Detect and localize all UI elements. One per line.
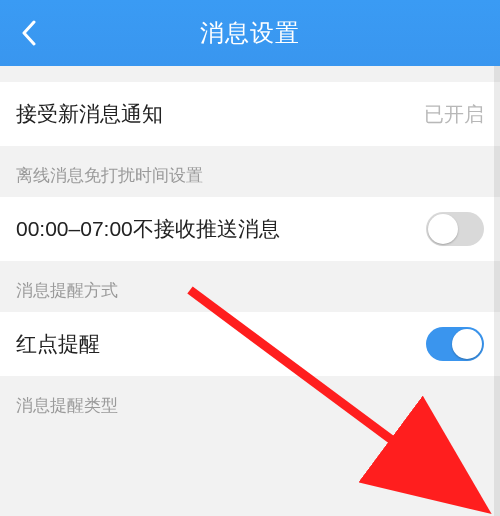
row-red-dot-alert[interactable]: 红点提醒 — [0, 312, 500, 376]
page-title: 消息设置 — [0, 17, 500, 49]
row-accept-new-messages[interactable]: 接受新消息通知 已开启 — [0, 82, 500, 146]
settings-screen: 消息设置 接受新消息通知 已开启 离线消息免打扰时间设置 00:00–07:00… — [0, 0, 500, 516]
toggle-knob — [428, 214, 458, 244]
row-label: 00:00–07:00不接收推送消息 — [16, 215, 426, 243]
section-header-alert-mode: 消息提醒方式 — [0, 261, 500, 312]
section-header-dnd: 离线消息免打扰时间设置 — [0, 146, 500, 197]
row-label: 接受新消息通知 — [16, 100, 424, 128]
section-header-alert-type: 消息提醒类型 — [0, 376, 500, 427]
toggle-dnd[interactable] — [426, 212, 484, 246]
toggle-knob — [452, 329, 482, 359]
scroll-indicator — [494, 66, 500, 516]
row-dnd-schedule[interactable]: 00:00–07:00不接收推送消息 — [0, 197, 500, 261]
back-button[interactable] — [14, 18, 44, 48]
row-label: 红点提醒 — [16, 330, 426, 358]
gap — [0, 66, 500, 82]
chevron-left-icon — [21, 20, 37, 46]
row-value: 已开启 — [424, 101, 484, 128]
toggle-red-dot[interactable] — [426, 327, 484, 361]
content: 接受新消息通知 已开启 离线消息免打扰时间设置 00:00–07:00不接收推送… — [0, 66, 500, 427]
header-bar: 消息设置 — [0, 0, 500, 66]
